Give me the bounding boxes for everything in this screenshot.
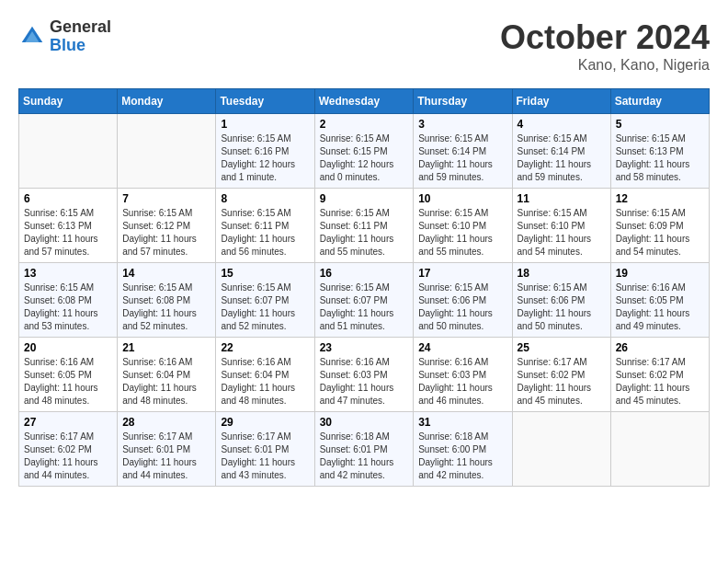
day-info: Sunrise: 6:15 AMSunset: 6:08 PMDaylight:…	[122, 282, 210, 333]
sunset-label: Sunset: 6:00 PM	[418, 444, 486, 454]
calendar-cell: 23Sunrise: 6:16 AMSunset: 6:03 PMDayligh…	[314, 338, 414, 412]
calendar-cell: 7Sunrise: 6:15 AMSunset: 6:12 PMDaylight…	[118, 189, 216, 263]
weekday-header: Thursday	[414, 89, 512, 114]
daylight-label: Daylight: 12 hours and 1 minute.	[221, 159, 295, 182]
day-info: Sunrise: 6:15 AMSunset: 6:06 PMDaylight:…	[418, 282, 506, 333]
daylight-label: Daylight: 11 hours and 54 minutes.	[518, 234, 592, 257]
sunset-label: Sunset: 6:01 PM	[221, 444, 289, 454]
weekday-header: Sunday	[19, 89, 118, 114]
sunset-label: Sunset: 6:06 PM	[518, 295, 586, 305]
day-info: Sunrise: 6:16 AMSunset: 6:05 PMDaylight:…	[616, 282, 704, 333]
day-number: 23	[320, 341, 409, 354]
daylight-label: Daylight: 11 hours and 55 minutes.	[418, 234, 493, 257]
sunset-label: Sunset: 6:06 PM	[418, 295, 486, 305]
day-number: 26	[616, 341, 704, 354]
calendar-cell	[610, 412, 709, 487]
sunrise-label: Sunrise: 6:15 AM	[518, 208, 587, 218]
day-number: 7	[122, 192, 210, 205]
day-info: Sunrise: 6:17 AMSunset: 6:02 PMDaylight:…	[616, 356, 704, 408]
calendar-cell: 25Sunrise: 6:17 AMSunset: 6:02 PMDayligh…	[512, 338, 610, 412]
sunrise-label: Sunrise: 6:15 AM	[122, 208, 192, 218]
day-info: Sunrise: 6:17 AMSunset: 6:01 PMDaylight:…	[221, 431, 309, 482]
day-number: 2	[320, 118, 409, 131]
daylight-label: Daylight: 11 hours and 43 minutes.	[221, 457, 295, 480]
sunrise-label: Sunrise: 6:15 AM	[221, 282, 290, 293]
day-info: Sunrise: 6:15 AMSunset: 6:11 PMDaylight:…	[221, 207, 309, 259]
daylight-label: Daylight: 11 hours and 50 minutes.	[418, 308, 493, 331]
day-number: 9	[320, 192, 409, 205]
sunrise-label: Sunrise: 6:15 AM	[616, 133, 686, 144]
sunset-label: Sunset: 6:16 PM	[221, 146, 289, 156]
daylight-label: Daylight: 11 hours and 57 minutes.	[122, 234, 197, 257]
daylight-label: Daylight: 11 hours and 47 minutes.	[320, 383, 394, 406]
calendar-week-row: 6Sunrise: 6:15 AMSunset: 6:13 PMDaylight…	[19, 189, 710, 263]
sunset-label: Sunset: 6:13 PM	[616, 146, 684, 156]
sunrise-label: Sunrise: 6:15 AM	[320, 282, 390, 293]
day-info: Sunrise: 6:15 AMSunset: 6:07 PMDaylight:…	[221, 282, 309, 333]
day-number: 30	[320, 416, 409, 429]
sunrise-label: Sunrise: 6:15 AM	[418, 282, 488, 293]
calendar-week-row: 1Sunrise: 6:15 AMSunset: 6:16 PMDaylight…	[19, 114, 710, 189]
calendar-week-row: 20Sunrise: 6:16 AMSunset: 6:05 PMDayligh…	[19, 338, 710, 412]
day-number: 31	[418, 416, 506, 429]
day-number: 10	[418, 192, 506, 205]
daylight-label: Daylight: 11 hours and 59 minutes.	[418, 159, 493, 182]
calendar-cell: 20Sunrise: 6:16 AMSunset: 6:05 PMDayligh…	[19, 338, 118, 412]
sunrise-label: Sunrise: 6:15 AM	[518, 282, 587, 293]
sunset-label: Sunset: 6:11 PM	[320, 221, 388, 231]
calendar-cell: 30Sunrise: 6:18 AMSunset: 6:01 PMDayligh…	[314, 412, 414, 487]
daylight-label: Daylight: 11 hours and 52 minutes.	[221, 308, 295, 331]
daylight-label: Daylight: 11 hours and 52 minutes.	[122, 308, 197, 331]
sunset-label: Sunset: 6:05 PM	[616, 295, 684, 305]
daylight-label: Daylight: 12 hours and 0 minutes.	[320, 159, 394, 182]
sunrise-label: Sunrise: 6:18 AM	[320, 431, 390, 442]
sunrise-label: Sunrise: 6:17 AM	[518, 357, 587, 367]
calendar-cell: 10Sunrise: 6:15 AMSunset: 6:10 PMDayligh…	[414, 189, 512, 263]
sunset-label: Sunset: 6:02 PM	[24, 444, 92, 454]
sunrise-label: Sunrise: 6:15 AM	[616, 208, 686, 218]
day-number: 14	[122, 267, 210, 280]
daylight-label: Daylight: 11 hours and 51 minutes.	[320, 308, 394, 331]
sunset-label: Sunset: 6:07 PM	[320, 295, 388, 305]
calendar-cell: 9Sunrise: 6:15 AMSunset: 6:11 PMDaylight…	[314, 189, 414, 263]
calendar-cell: 24Sunrise: 6:16 AMSunset: 6:03 PMDayligh…	[414, 338, 512, 412]
location-title: Kano, Kano, Nigeria	[500, 57, 710, 74]
day-info: Sunrise: 6:18 AMSunset: 6:01 PMDaylight:…	[320, 431, 409, 482]
calendar-cell: 6Sunrise: 6:15 AMSunset: 6:13 PMDaylight…	[19, 189, 118, 263]
day-number: 22	[221, 341, 309, 354]
calendar-cell: 17Sunrise: 6:15 AMSunset: 6:06 PMDayligh…	[414, 263, 512, 338]
day-number: 6	[24, 192, 112, 205]
calendar-header-row: SundayMondayTuesdayWednesdayThursdayFrid…	[19, 89, 710, 114]
daylight-label: Daylight: 11 hours and 48 minutes.	[122, 383, 197, 406]
day-number: 21	[122, 341, 210, 354]
sunrise-label: Sunrise: 6:16 AM	[122, 357, 192, 367]
daylight-label: Daylight: 11 hours and 57 minutes.	[24, 234, 98, 257]
sunset-label: Sunset: 6:15 PM	[320, 146, 388, 156]
sunrise-label: Sunrise: 6:15 AM	[221, 208, 290, 218]
calendar-cell: 31Sunrise: 6:18 AMSunset: 6:00 PMDayligh…	[414, 412, 512, 487]
sunset-label: Sunset: 6:10 PM	[518, 221, 586, 231]
sunrise-label: Sunrise: 6:15 AM	[24, 282, 94, 293]
sunrise-label: Sunrise: 6:15 AM	[24, 208, 94, 218]
weekday-header: Tuesday	[216, 89, 314, 114]
day-number: 16	[320, 267, 409, 280]
calendar-cell: 11Sunrise: 6:15 AMSunset: 6:10 PMDayligh…	[512, 189, 610, 263]
calendar-cell: 22Sunrise: 6:16 AMSunset: 6:04 PMDayligh…	[216, 338, 314, 412]
sunset-label: Sunset: 6:01 PM	[320, 444, 388, 454]
sunset-label: Sunset: 6:08 PM	[24, 295, 92, 305]
weekday-header: Saturday	[610, 89, 709, 114]
day-info: Sunrise: 6:17 AMSunset: 6:02 PMDaylight:…	[518, 356, 606, 408]
day-number: 13	[24, 267, 112, 280]
sunset-label: Sunset: 6:12 PM	[122, 221, 190, 231]
day-number: 24	[418, 341, 506, 354]
sunset-label: Sunset: 6:09 PM	[616, 221, 684, 231]
sunrise-label: Sunrise: 6:17 AM	[221, 431, 290, 442]
day-info: Sunrise: 6:15 AMSunset: 6:14 PMDaylight:…	[418, 132, 506, 184]
calendar-cell: 2Sunrise: 6:15 AMSunset: 6:15 PMDaylight…	[314, 114, 414, 189]
day-info: Sunrise: 6:16 AMSunset: 6:04 PMDaylight:…	[221, 356, 309, 408]
day-number: 18	[518, 267, 606, 280]
daylight-label: Daylight: 11 hours and 55 minutes.	[320, 234, 394, 257]
sunrise-label: Sunrise: 6:15 AM	[418, 133, 488, 144]
day-number: 12	[616, 192, 704, 205]
calendar-cell	[118, 114, 216, 189]
